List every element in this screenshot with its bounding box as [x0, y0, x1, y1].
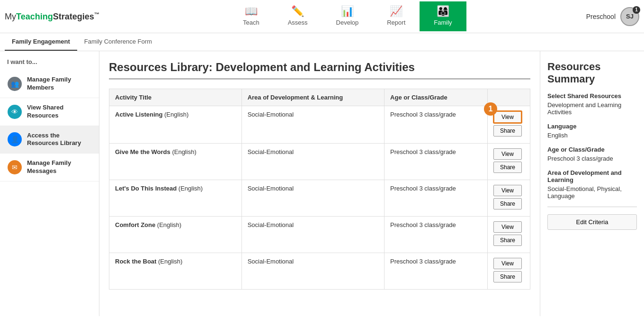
age-cell: Preschool 3 class/grade: [385, 180, 488, 217]
activity-title-cell: Active Listening (English): [109, 106, 242, 144]
preschool-label: Preschool: [586, 13, 616, 20]
shared-resources-icon: 👁: [8, 105, 22, 119]
share-button[interactable]: Share: [493, 125, 522, 136]
teach-icon: 📖: [245, 5, 258, 18]
activity-title-bold: Let's Do This Instead: [115, 185, 177, 192]
share-button[interactable]: Share: [493, 198, 522, 209]
sidebar-item-access-resources-library[interactable]: 👤 Access the Resources Library: [0, 126, 99, 154]
col-header-age: Age or Class/Grade: [385, 89, 488, 106]
activity-title-cell: Rock the Boat (English): [109, 253, 242, 290]
tab-report[interactable]: 📈 Report: [373, 1, 420, 31]
activity-title-bold: Comfort Zone: [115, 221, 155, 228]
badge-number: 1: [484, 102, 497, 116]
share-button[interactable]: Share: [493, 235, 522, 246]
table-row: Rock the Boat (English)Social-EmotionalP…: [109, 253, 530, 290]
table-row: Let's Do This Instead (English)Social-Em…: [109, 180, 530, 217]
activity-title-normal: (English): [170, 148, 197, 155]
sidebar-title: I want to...: [0, 58, 99, 70]
share-button[interactable]: Share: [493, 162, 522, 173]
main-nav: 📖 Teach ✏️ Assess 📊 Develop 📈 Report 👨‍👩…: [109, 1, 586, 31]
sub-nav: Family Engagement Family Conference Form: [0, 33, 644, 51]
main-content: Resources Library: Development and Learn…: [99, 51, 540, 316]
activity-title-normal: (English): [155, 221, 181, 228]
age-cell: Preschool 3 class/grade: [385, 106, 488, 144]
table-row: Active Listening (English)Social-Emotion…: [109, 106, 530, 144]
develop-icon: 📊: [341, 5, 354, 18]
sub-nav-family-engagement[interactable]: Family Engagement: [5, 33, 77, 51]
panel-section-age: Age or Class/Grade Preschool 3 class/gra…: [547, 146, 637, 162]
sidebar-item-manage-family-messages[interactable]: ✉ Manage Family Messages: [0, 154, 99, 182]
family-messages-icon: ✉: [8, 160, 22, 174]
page-title: Resources Library: Development and Learn…: [109, 61, 530, 79]
area-cell: Social-Emotional: [242, 144, 384, 180]
view-button[interactable]: View: [493, 111, 522, 123]
panel-section-language: Language English: [547, 123, 637, 139]
panel-section-select-shared-resources-value: Development and Learning Activities: [547, 101, 637, 116]
tab-family[interactable]: 👨‍👩‍👧 Family: [420, 1, 466, 31]
age-cell: Preschool 3 class/grade: [385, 253, 488, 290]
actions-cell: ViewShare: [488, 180, 530, 217]
family-icon: 👨‍👩‍👧: [437, 5, 449, 18]
tab-report-label: Report: [387, 19, 405, 26]
app-logo: MyTeachingStrategies™: [5, 11, 99, 22]
manage-family-members-icon-wrapper: 👥: [7, 76, 22, 91]
panel-section-area: Area of Development and Learning Social-…: [547, 169, 637, 200]
report-icon: 📈: [390, 5, 402, 18]
panel-divider: [547, 207, 637, 207]
avatar-initials: SJ: [626, 13, 634, 20]
header-right: Preschool SJ 1: [586, 7, 639, 26]
logo-tm: ™: [94, 11, 99, 17]
activity-title-bold: Rock the Boat: [115, 258, 156, 265]
view-button[interactable]: View: [493, 148, 522, 160]
sub-nav-family-conference[interactable]: Family Conference Form: [77, 33, 159, 51]
tab-develop[interactable]: 📊 Develop: [322, 1, 373, 31]
area-cell: Social-Emotional: [242, 217, 384, 253]
logo-strategies: Strategies: [53, 12, 94, 21]
logo-teaching: Teaching: [16, 12, 53, 21]
actions-cell: ViewShare: [488, 253, 530, 290]
panel-section-select-shared-resources: Select Shared Resources Development and …: [547, 92, 637, 116]
app-header: MyTeachingStrategies™ 📖 Teach ✏️ Assess …: [0, 0, 644, 33]
sidebar: I want to... 👥 Manage Family Members 👁 V…: [0, 51, 99, 316]
edit-criteria-button[interactable]: Edit Criteria: [547, 214, 637, 230]
right-panel: Resources Summary Select Shared Resource…: [540, 51, 644, 316]
table-row: Give Me the Words (English)Social-Emotio…: [109, 144, 530, 180]
activity-title-normal: (English): [177, 185, 203, 192]
tab-teach[interactable]: 📖 Teach: [229, 1, 274, 31]
family-members-icon: 👥: [8, 77, 22, 91]
avatar[interactable]: SJ 1: [620, 7, 639, 26]
main-layout: I want to... 👥 Manage Family Members 👁 V…: [0, 51, 644, 316]
panel-section-area-value: Social-Emotional, Physical, Language: [547, 185, 637, 200]
view-button[interactable]: View: [493, 221, 522, 233]
area-cell: Social-Emotional: [242, 106, 384, 144]
sidebar-item-view-shared-resources[interactable]: 👁 View Shared Resources: [0, 98, 99, 126]
access-resources-library-icon-wrapper: 👤: [7, 132, 22, 147]
view-button[interactable]: View: [493, 185, 522, 196]
col-header-area: Area of Development & Learning: [242, 89, 384, 106]
panel-section-age-title: Age or Class/Grade: [547, 146, 637, 153]
actions-cell: 1ViewShare: [488, 106, 530, 144]
tab-teach-label: Teach: [243, 19, 259, 26]
share-button[interactable]: Share: [493, 271, 522, 282]
resources-library-icon: 👤: [8, 132, 22, 146]
panel-section-language-value: English: [547, 132, 637, 139]
tab-family-label: Family: [434, 19, 452, 26]
activity-title-normal: (English): [156, 258, 182, 265]
sidebar-item-manage-family-members-label: Manage Family Members: [27, 76, 92, 92]
tab-assess[interactable]: ✏️ Assess: [274, 1, 322, 31]
manage-family-messages-icon-wrapper: ✉: [7, 160, 22, 175]
activity-title-bold: Active Listening: [115, 111, 162, 118]
col-header-activity-title: Activity Title: [109, 89, 242, 106]
activity-title-cell: Let's Do This Instead (English): [109, 180, 242, 217]
tab-assess-label: Assess: [288, 19, 308, 26]
sidebar-item-manage-family-members[interactable]: 👥 Manage Family Members: [0, 70, 99, 98]
activity-title-cell: Give Me the Words (English): [109, 144, 242, 180]
activity-title-bold: Give Me the Words: [115, 148, 170, 155]
actions-cell: ViewShare: [488, 217, 530, 253]
avatar-badge: 1: [633, 6, 640, 14]
activity-title-cell: Comfort Zone (English): [109, 217, 242, 253]
panel-section-language-title: Language: [547, 123, 637, 130]
view-button[interactable]: View: [493, 258, 522, 269]
age-cell: Preschool 3 class/grade: [385, 217, 488, 253]
panel-section-select-shared-resources-title: Select Shared Resources: [547, 92, 637, 100]
